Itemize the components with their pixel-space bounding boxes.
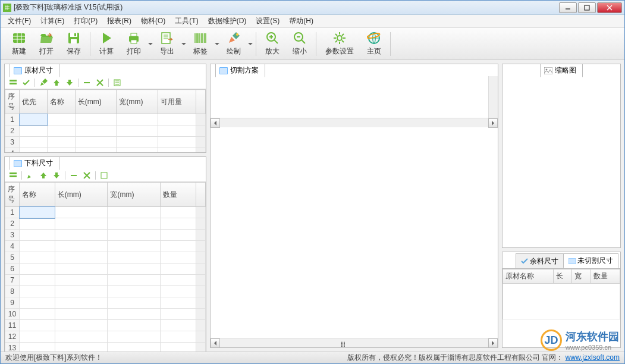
- dropdown-arrow-icon[interactable]: [147, 42, 153, 46]
- dropdown-arrow-icon[interactable]: [214, 42, 220, 46]
- export-button[interactable]: 导出: [153, 28, 181, 59]
- params-button[interactable]: 参数设置: [319, 28, 360, 59]
- thumbnail-canvas[interactable]: [504, 77, 619, 246]
- delete-icon[interactable]: [94, 77, 106, 88]
- list-icon[interactable]: [7, 77, 19, 88]
- list-icon[interactable]: [7, 170, 19, 181]
- cut-plan-tab[interactable]: 切割方案: [215, 64, 265, 77]
- column-header[interactable]: 序号: [5, 183, 20, 207]
- menu-item[interactable]: 文件(F): [4, 15, 34, 27]
- save-icon: [67, 31, 81, 45]
- table-row[interactable]: 7: [5, 275, 206, 286]
- close-button[interactable]: [597, 2, 622, 13]
- uncut-tab[interactable]: 未切割尺寸: [563, 253, 618, 268]
- menu-item[interactable]: 打印(P): [70, 15, 101, 27]
- column-header[interactable]: 宽(mm): [108, 183, 161, 207]
- delete-icon[interactable]: [81, 170, 93, 181]
- column-header[interactable]: 数量: [591, 269, 620, 284]
- cut-size-grid[interactable]: 序号名称长(mm)宽(mm)数量12345678910111213: [5, 182, 206, 352]
- new-button[interactable]: 新建: [5, 28, 33, 59]
- menu-item[interactable]: 工具(T): [171, 15, 202, 27]
- table-row[interactable]: 11: [5, 320, 206, 331]
- table-row[interactable]: 8: [5, 286, 206, 297]
- remainder-tab[interactable]: 余料尺寸: [516, 253, 564, 268]
- zoomin-button[interactable]: 放大: [259, 28, 286, 59]
- draw-button[interactable]: 绘制: [220, 28, 247, 59]
- down-arrow-icon[interactable]: [64, 77, 76, 88]
- edit-icon[interactable]: [37, 77, 49, 88]
- raw-material-tab[interactable]: 原材尺寸: [10, 64, 59, 77]
- table-row[interactable]: 10: [5, 309, 206, 320]
- column-header[interactable]: 序号: [5, 90, 20, 114]
- up-arrow-icon[interactable]: [37, 170, 49, 181]
- scroll-left-icon[interactable]: [211, 338, 220, 347]
- column-header[interactable]: 长: [554, 269, 572, 284]
- maximize-button[interactable]: [578, 2, 596, 13]
- print-button[interactable]: 打印: [120, 28, 147, 59]
- table-row[interactable]: 3: [5, 230, 206, 241]
- menu-item[interactable]: 报表(R): [103, 15, 135, 27]
- table-row[interactable]: 1: [5, 114, 206, 125]
- official-site-link[interactable]: www.jzxlsoft.com: [566, 353, 620, 362]
- vertical-scrollbar[interactable]: [488, 76, 498, 118]
- svg-rect-27: [71, 175, 77, 176]
- svg-point-32: [546, 68, 548, 70]
- column-header[interactable]: 可用量: [158, 90, 196, 114]
- menu-item[interactable]: 计算(E): [37, 15, 68, 27]
- import-icon[interactable]: [111, 77, 123, 88]
- label-button[interactable]: 标签: [187, 28, 214, 59]
- zoom-out-icon: [293, 31, 307, 45]
- table-row[interactable]: 5: [5, 252, 206, 263]
- up-arrow-icon[interactable]: [51, 77, 62, 88]
- save-button[interactable]: 保存: [60, 28, 87, 59]
- table-row[interactable]: 2: [5, 218, 206, 230]
- down-arrow-icon[interactable]: [51, 170, 62, 181]
- cut-plan-canvas[interactable]: [212, 128, 497, 337]
- menu-item[interactable]: 物料(O): [137, 15, 169, 27]
- column-header[interactable]: 优先: [20, 90, 48, 114]
- menu-item[interactable]: 数据维护(D): [205, 15, 250, 27]
- table-row[interactable]: 1: [5, 207, 206, 218]
- home-button[interactable]: 主页: [360, 28, 388, 59]
- menu-item[interactable]: 设置(S): [252, 15, 283, 27]
- column-header[interactable]: 长(mm): [55, 183, 108, 207]
- remainder-grid[interactable]: 原材名称长宽数量: [502, 268, 620, 319]
- check-icon[interactable]: [20, 77, 32, 88]
- canvas-horizontal-scrollbar[interactable]: ⁞⁞: [211, 338, 498, 347]
- scroll-right-icon[interactable]: [488, 118, 498, 128]
- table-row[interactable]: 13: [5, 343, 206, 352]
- import-icon[interactable]: [98, 170, 110, 181]
- horizontal-scrollbar[interactable]: [211, 118, 498, 127]
- column-header[interactable]: 宽: [572, 269, 591, 284]
- column-header[interactable]: 宽(mm): [117, 90, 158, 114]
- scroll-left-icon[interactable]: [211, 118, 220, 128]
- table-row[interactable]: 2: [5, 125, 206, 137]
- remove-icon[interactable]: [68, 170, 80, 181]
- cut-size-tab[interactable]: 下料尺寸: [10, 156, 59, 170]
- column-header[interactable]: 原材名称: [503, 269, 554, 284]
- table-row[interactable]: 9: [5, 297, 206, 309]
- thumbnail-tab[interactable]: 缩略图: [540, 64, 583, 77]
- remove-icon[interactable]: [81, 77, 93, 88]
- column-header[interactable]: 名称: [20, 183, 55, 207]
- raw-material-grid[interactable]: 序号优先名称长(mm)宽(mm)可用量1234: [5, 89, 206, 152]
- svg-rect-10: [162, 33, 170, 43]
- table-row[interactable]: 4: [5, 241, 206, 252]
- column-header[interactable]: 名称: [47, 90, 75, 114]
- zoomout-button[interactable]: 缩小: [286, 28, 313, 59]
- table-row[interactable]: 12: [5, 331, 206, 343]
- column-header[interactable]: 长(mm): [75, 90, 117, 114]
- menu-item[interactable]: 帮助(H): [285, 15, 317, 27]
- table-row[interactable]: 6: [5, 263, 206, 275]
- open-button[interactable]: 打开: [33, 28, 60, 59]
- table-row[interactable]: 4: [5, 148, 206, 153]
- column-header[interactable]: 数量: [161, 183, 196, 207]
- minimize-button[interactable]: [559, 2, 577, 13]
- calc-button[interactable]: 计算: [93, 28, 120, 59]
- dropdown-arrow-icon[interactable]: [181, 42, 187, 46]
- svg-rect-21: [84, 82, 90, 83]
- table-row[interactable]: 3: [5, 137, 206, 148]
- dropdown-arrow-icon[interactable]: [247, 42, 253, 46]
- edit-icon[interactable]: [24, 170, 36, 181]
- scroll-right-icon[interactable]: [488, 338, 498, 347]
